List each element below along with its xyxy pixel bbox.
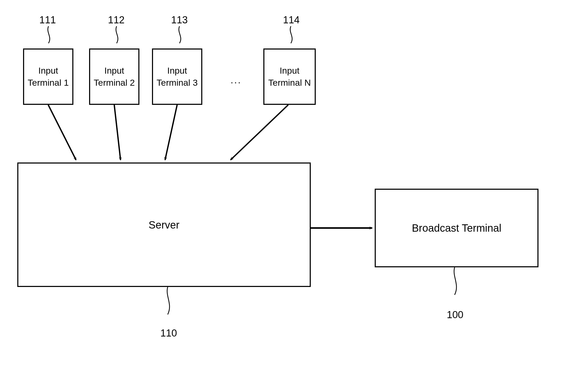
box-label: Input Terminal 1 xyxy=(28,65,69,89)
box-label: Broadcast Terminal xyxy=(412,221,502,235)
box-broadcast-terminal: Broadcast Terminal xyxy=(375,189,538,267)
diagram-canvas: 111 112 113 114 Input Terminal 1 Input T… xyxy=(0,0,588,380)
box-label: Input Terminal N xyxy=(268,65,311,89)
box-input-terminal-2: Input Terminal 2 xyxy=(89,48,139,105)
box-label: Input Terminal 3 xyxy=(157,65,198,89)
box-server: Server xyxy=(17,162,311,287)
ref-112: 112 xyxy=(108,14,124,26)
ref-113: 113 xyxy=(171,14,188,26)
ref-100: 100 xyxy=(447,309,463,321)
ellipsis-icon: ... xyxy=(231,75,242,86)
arrow-t3-server xyxy=(165,105,177,160)
arrow-t2-server xyxy=(114,105,121,160)
box-input-terminal-3: Input Terminal 3 xyxy=(152,48,202,105)
arrow-t1-server xyxy=(48,105,76,160)
box-input-terminal-n: Input Terminal N xyxy=(263,48,316,105)
box-input-terminal-1: Input Terminal 1 xyxy=(23,48,73,105)
box-label: Server xyxy=(149,218,179,232)
ref-114: 114 xyxy=(283,14,300,26)
box-label: Input Terminal 2 xyxy=(94,65,135,89)
arrow-tn-server xyxy=(231,105,288,160)
ref-110: 110 xyxy=(160,328,177,339)
ref-111: 111 xyxy=(39,14,56,26)
